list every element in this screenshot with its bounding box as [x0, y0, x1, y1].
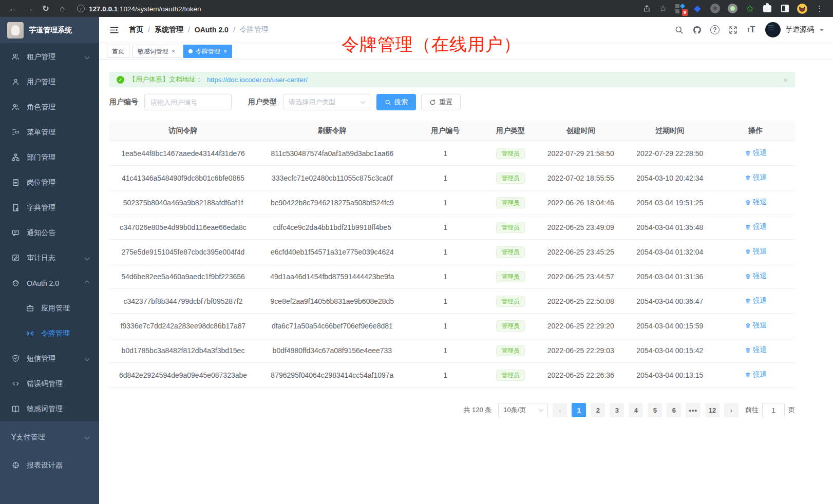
sidebar-item-部门管理[interactable]: 部门管理	[0, 145, 99, 170]
tab-令牌管理[interactable]: 令牌管理×	[183, 45, 232, 58]
page-button-12[interactable]: 12	[705, 403, 720, 417]
extension-badge: 9	[682, 9, 688, 16]
collapse-sidebar-icon[interactable]	[106, 22, 122, 37]
refresh-token-cell: 333ecfc71e02480cb11055c875c3ca0f	[257, 174, 408, 182]
tab-敏感词管理[interactable]: 敏感词管理×	[132, 45, 180, 58]
alert-close-icon[interactable]: ×	[783, 75, 788, 84]
recorder-extension-icon[interactable]	[728, 4, 737, 13]
sidebar-item-错误码管理[interactable]: 错误码管理	[0, 371, 99, 396]
user-avatar[interactable]	[765, 22, 781, 37]
fullscreen-icon[interactable]	[726, 23, 740, 36]
force-logout-link[interactable]: 强退	[745, 345, 767, 355]
reload-icon[interactable]: ↻	[38, 2, 53, 15]
force-logout-link[interactable]: 强退	[745, 222, 767, 231]
sidebar-item-短信管理[interactable]: 短信管理	[0, 346, 99, 371]
browser-menu-icon[interactable]: ⋮	[815, 4, 825, 14]
tab-首页[interactable]: 首页	[107, 45, 129, 58]
page-button-4[interactable]: 4	[629, 403, 643, 417]
sidebar-item-报表设计器[interactable]: 报表设计器	[0, 451, 99, 479]
breadcrumb-item[interactable]: OAuth 2.0	[195, 26, 229, 34]
sidebar-item-通知公告[interactable]: 通知公告	[0, 220, 99, 245]
share-icon[interactable]	[639, 2, 654, 15]
page-button-3[interactable]: 3	[610, 403, 624, 417]
page-button-5[interactable]: 5	[648, 403, 662, 417]
sidebar-item-审计日志[interactable]: 审计日志	[0, 245, 99, 270]
page-button-2[interactable]: 2	[591, 403, 605, 417]
sidebar: 芋道管理系统 租户管理用户管理角色管理菜单管理部门管理岗位管理字典管理通知公告审…	[0, 17, 99, 504]
reset-button[interactable]: 重置	[421, 94, 461, 110]
sidebar-item-应用管理[interactable]: 应用管理	[0, 296, 99, 321]
sidebar-item-用户管理[interactable]: 用户管理	[0, 69, 99, 94]
puzzle-extensions-icon[interactable]	[763, 5, 771, 12]
user-name[interactable]: 芋道源码	[785, 25, 814, 34]
sidebar-item-label: 字典管理	[27, 203, 55, 212]
search-button[interactable]: 搜索	[376, 94, 416, 110]
user-id-input[interactable]	[144, 94, 232, 110]
page-info-icon[interactable]: i	[77, 5, 85, 12]
help-icon[interactable]: ?	[708, 23, 722, 36]
user-type-cell: 管理员	[483, 271, 538, 282]
profile-avatar-icon[interactable]	[797, 4, 807, 14]
expire-time-cell: 2022-07-29 22:28:50	[623, 149, 716, 158]
goto-label: 前往	[745, 405, 759, 415]
breadcrumb-item[interactable]: 系统管理	[155, 25, 183, 34]
sidebar-item-令牌管理[interactable]: 令牌管理	[0, 321, 99, 346]
prev-page-button[interactable]: ‹	[553, 403, 567, 417]
breadcrumb: 首页/系统管理/OAuth 2.0/令牌管理	[129, 25, 269, 34]
page-button-6[interactable]: 6	[667, 403, 681, 417]
expire-time-cell: 2054-03-04 00:15:42	[623, 346, 716, 355]
created-time-cell: 2022-06-25 22:50:08	[538, 297, 623, 305]
force-logout-link[interactable]: 强退	[745, 247, 767, 256]
sidebar-item-支付管理[interactable]: ¥支付管理	[0, 423, 99, 451]
tab-close-icon[interactable]: ×	[223, 48, 227, 55]
force-logout-link[interactable]: 强退	[745, 272, 767, 281]
page-size-select[interactable]: 10条/页	[498, 403, 548, 417]
force-logout-link[interactable]: 强退	[745, 148, 767, 158]
breadcrumb-item: 令牌管理	[240, 25, 269, 34]
more-pages-button[interactable]: •••	[686, 403, 701, 417]
column-header: 用户类型	[483, 126, 538, 135]
github-icon[interactable]	[690, 23, 704, 36]
forward-icon[interactable]: →	[22, 2, 37, 15]
page-button-1[interactable]: 1	[572, 403, 586, 417]
sidebar-item-角色管理[interactable]: 角色管理	[0, 94, 99, 120]
sidebar-item-岗位管理[interactable]: 岗位管理	[0, 170, 99, 195]
tab-close-icon[interactable]: ×	[172, 48, 175, 55]
address-bar[interactable]: i 127.0.0.1:1024/system/oauth2/token	[71, 2, 638, 15]
user-type-cell: 管理员	[483, 370, 538, 381]
expire-time-cell: 2054-03-04 01:31:36	[623, 273, 716, 281]
gem-extension-icon[interactable]: ◆	[692, 4, 703, 14]
url-host: 127.0.0.1	[89, 5, 118, 13]
alert-doc-link[interactable]: https://doc.iocoder.cn/user-center/	[207, 76, 308, 84]
sidebar-item-敏感词管理[interactable]: 敏感词管理	[0, 396, 99, 421]
command-extension-icon[interactable]: ✻	[710, 4, 720, 13]
breadcrumb-item[interactable]: 首页	[129, 25, 143, 34]
force-logout-link[interactable]: 强退	[745, 198, 767, 207]
force-logout-link[interactable]: 强退	[745, 321, 767, 330]
sidebar-item-租户管理[interactable]: 租户管理	[0, 44, 99, 69]
back-icon[interactable]: ←	[5, 2, 21, 15]
force-logout-link[interactable]: 强退	[745, 173, 767, 182]
sidebar-item-字典管理[interactable]: 字典管理	[0, 195, 99, 220]
search-icon[interactable]	[672, 23, 686, 36]
user-type-cell: 管理员	[483, 172, 538, 184]
created-time-cell: 2022-06-25 23:45:25	[538, 248, 623, 256]
goto-page-input[interactable]	[762, 403, 785, 417]
select-caret-icon	[539, 407, 544, 412]
force-logout-link[interactable]: 强退	[745, 296, 767, 305]
trash-icon	[745, 298, 751, 304]
sidepanel-icon[interactable]	[781, 5, 789, 12]
sidebar-item-OAuth 2.0[interactable]: OAuth 2.0	[0, 270, 99, 296]
bookmark-star-icon[interactable]: ☆	[655, 2, 671, 15]
app-logo-row[interactable]: 芋道管理系统	[0, 17, 99, 43]
next-page-button[interactable]: ›	[724, 403, 739, 417]
extension-grid-icon[interactable]: 9	[675, 4, 685, 14]
font-size-icon[interactable]: TT	[744, 23, 758, 36]
green-star-extension-icon[interactable]: ✩	[745, 4, 755, 14]
user-type-select[interactable]: 请选择用户类型	[283, 94, 370, 110]
sidebar-item-菜单管理[interactable]: 菜单管理	[0, 120, 99, 145]
home-icon[interactable]: ⌂	[54, 2, 70, 15]
force-logout-link[interactable]: 强退	[745, 370, 767, 379]
user-menu-caret-icon[interactable]	[820, 29, 824, 31]
access-token-cell: 1ea5e44f8bc1467aaede43144f31de76	[109, 149, 257, 158]
